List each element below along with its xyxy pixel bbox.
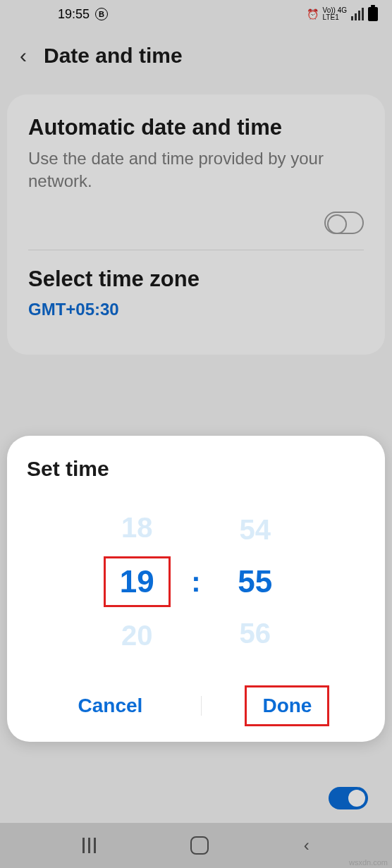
back-icon[interactable]: ‹ [20, 44, 27, 68]
dialog-actions: Cancel Done [27, 685, 365, 726]
action-divider [201, 696, 202, 716]
page-title: Date and time [44, 44, 183, 68]
alarm-icon: ⏰ [307, 8, 319, 20]
time-picker: 18 19 20 : 54 55 56 [27, 512, 365, 652]
watermark: wsxdn.com [349, 858, 388, 867]
status-bar: 19:55 B ⏰ Vo)) 4G LTE1 [0, 0, 392, 28]
recent-apps-icon[interactable] [82, 838, 96, 853]
status-time: 19:55 [58, 7, 90, 22]
auto-toggle[interactable] [324, 212, 364, 234]
minute-prev[interactable]: 54 [239, 514, 271, 546]
minute-next[interactable]: 56 [239, 618, 271, 649]
hour-picker[interactable]: 18 19 20 [91, 512, 183, 652]
auto-title: Automatic date and time [28, 114, 364, 142]
timezone-section[interactable]: Select time zone GMT+05:30 [28, 250, 364, 336]
network-label: Vo)) 4G LTE1 [323, 7, 347, 21]
app-bar: ‹ Date and time [0, 28, 392, 83]
settings-card: Automatic date and time Use the date and… [7, 94, 385, 355]
automatic-date-time-section[interactable]: Automatic date and time Use the date and… [28, 114, 364, 250]
dialog-title: Set time [27, 457, 365, 481]
done-button[interactable]: Done [245, 685, 329, 726]
minute-current[interactable]: 55 [223, 558, 286, 605]
status-badge-icon: B [95, 8, 108, 20]
timezone-value: GMT+05:30 [28, 300, 364, 319]
time-separator: : [191, 566, 200, 598]
minute-picker[interactable]: 54 55 56 [209, 514, 301, 649]
timezone-title: Select time zone [28, 266, 364, 293]
hour-next[interactable]: 20 [121, 620, 153, 652]
cancel-button[interactable]: Cancel [63, 687, 159, 724]
nav-back-icon[interactable]: ‹ [304, 836, 310, 855]
toggle-on-indicator[interactable] [329, 787, 368, 809]
home-icon[interactable] [190, 836, 209, 855]
hour-current[interactable]: 19 [104, 556, 171, 607]
set-time-dialog: Set time 18 19 20 : 54 55 56 Cancel Done [7, 436, 385, 742]
signal-icon [351, 8, 364, 20]
hour-prev[interactable]: 18 [121, 512, 153, 544]
navigation-bar: ‹ [0, 823, 392, 868]
auto-description: Use the date and time provided by your n… [28, 147, 364, 193]
battery-icon [368, 7, 378, 21]
